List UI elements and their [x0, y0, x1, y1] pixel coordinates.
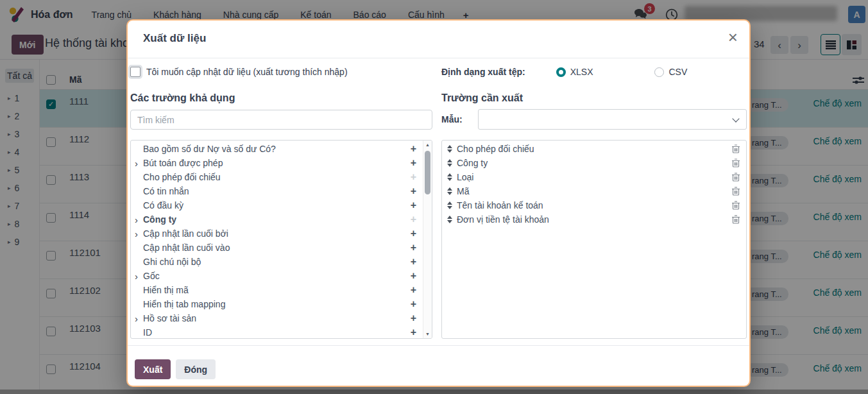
add-field-icon[interactable]: + [411, 200, 416, 210]
field-label: Cập nhật lần cuối vào [143, 243, 411, 253]
format-options: XLSX CSV [556, 67, 688, 77]
close-icon[interactable]: × [728, 29, 738, 46]
dialog-title: Xuất dữ liệu [143, 32, 206, 45]
template-select[interactable] [478, 109, 747, 130]
drag-handle-icon[interactable] [447, 159, 452, 167]
export-field-label: Đơn vị tiền tệ tài khoản [457, 214, 728, 225]
add-field-icon[interactable]: + [411, 327, 416, 338]
field-label: Gốc [143, 271, 411, 281]
remove-field-icon[interactable] [732, 215, 740, 224]
expand-caret-icon[interactable]: › [135, 215, 143, 225]
add-field-icon[interactable]: + [411, 214, 416, 225]
format-radio[interactable]: CSV [654, 67, 687, 77]
close-button[interactable]: Đóng [176, 359, 216, 379]
add-field-icon[interactable]: + [411, 299, 416, 309]
remove-field-icon[interactable] [732, 158, 740, 167]
fields-scrollbar[interactable]: ▲ ▼ [423, 141, 432, 338]
field-label: Công ty [143, 214, 411, 225]
expand-caret-icon[interactable]: › [135, 158, 143, 168]
field-label: Có tin nhắn [143, 186, 411, 196]
export-field-label: Tên tài khoản kế toán [457, 200, 728, 210]
field-label: ID [143, 327, 411, 338]
drag-handle-icon[interactable] [447, 216, 452, 223]
scrollbar-thumb[interactable] [425, 151, 430, 194]
drag-handle-icon[interactable] [447, 173, 452, 181]
expand-caret-icon[interactable]: › [135, 229, 143, 239]
field-label: Hiển thị mã [143, 285, 411, 295]
add-field-icon[interactable]: + [411, 228, 416, 239]
available-field-row[interactable]: › Cho phép đối chiếu + [131, 170, 432, 184]
export-button[interactable]: Xuất [135, 359, 171, 379]
export-field-row[interactable]: Tên tài khoản kế toán [442, 198, 746, 212]
add-field-icon[interactable]: + [411, 172, 416, 182]
screen: Hóa đơn Trang chủKhách hàngNhà cung cấpK… [0, 0, 868, 394]
export-dialog: Xuất dữ liệu × Tôi muốn cập nhật dữ liệu… [126, 19, 751, 387]
available-field-row[interactable]: › Cập nhật lần cuối vào + [131, 241, 432, 255]
radio-icon[interactable] [556, 67, 566, 77]
chevron-down-icon [732, 115, 739, 122]
export-field-row[interactable]: Cho phép đối chiếu [442, 142, 746, 156]
template-label: Mẫu: [441, 114, 463, 124]
format-option-label: XLSX [570, 67, 593, 77]
available-field-row[interactable]: › Cập nhật lần cuối bởi + [131, 227, 432, 241]
dialog-header: Xuất dữ liệu × [128, 21, 749, 58]
field-label: Cập nhật lần cuối bởi [143, 228, 411, 239]
field-label: Có đầu kỳ [143, 200, 411, 210]
drag-handle-icon[interactable] [447, 145, 452, 153]
drag-handle-icon[interactable] [447, 187, 452, 195]
field-label: Bút toán được phép [143, 158, 411, 168]
export-field-row[interactable]: Công ty [442, 156, 746, 170]
export-format-row: Định dạng xuất tệp: XLSX CSV [441, 67, 687, 77]
dialog-footer: Xuất Đóng [128, 345, 749, 386]
expand-caret-icon[interactable]: › [135, 314, 143, 323]
add-field-icon[interactable]: + [411, 271, 416, 281]
export-field-label: Loại [457, 172, 728, 182]
add-field-icon[interactable]: + [411, 158, 416, 168]
remove-field-icon[interactable] [732, 144, 740, 153]
export-field-label: Cho phép đối chiếu [457, 144, 728, 154]
available-field-row[interactable]: › Bao gồm số dư Nợ và số dư Có? + [131, 142, 432, 156]
export-field-row[interactable]: Đơn vị tiền tệ tài khoản [442, 212, 746, 227]
format-label: Định dạng xuất tệp: [441, 67, 525, 77]
add-field-icon[interactable]: + [411, 144, 416, 154]
available-fields-heading: Các trường khả dụng [130, 92, 235, 104]
field-label: Cho phép đối chiếu [143, 172, 411, 182]
scroll-down-icon[interactable]: ▼ [423, 332, 432, 336]
radio-icon[interactable] [654, 67, 664, 77]
add-field-icon[interactable]: + [411, 313, 416, 323]
add-field-icon[interactable]: + [411, 186, 416, 196]
add-field-icon[interactable]: + [411, 285, 416, 295]
compat-checkbox-row[interactable]: Tôi muốn cập nhật dữ liệu (xuất tương th… [130, 67, 348, 77]
remove-field-icon[interactable] [732, 173, 740, 182]
available-field-row[interactable]: › ID + [131, 325, 432, 339]
export-field-label: Mã [457, 186, 728, 196]
available-field-row[interactable]: › Gốc + [131, 269, 432, 283]
remove-field-icon[interactable] [732, 201, 740, 210]
available-field-row[interactable]: › Công ty + [131, 212, 432, 227]
export-field-label: Công ty [457, 158, 728, 168]
available-field-row[interactable]: › Hồ sơ tài sản + [131, 311, 432, 325]
available-fields-list: › Bao gồm số dư Nợ và số dư Có? + › Bút … [130, 140, 432, 339]
add-field-icon[interactable]: + [411, 257, 416, 267]
available-field-row[interactable]: › Hiển thị tab mapping + [131, 297, 432, 311]
format-radio[interactable]: XLSX [556, 67, 593, 77]
available-field-row[interactable]: › Bút toán được phép + [131, 156, 432, 170]
compat-checkbox-label: Tôi muốn cập nhật dữ liệu (xuất tương th… [146, 67, 348, 77]
available-field-row[interactable]: › Có tin nhắn + [131, 184, 432, 198]
export-fields-list: Cho phép đối chiếu [441, 140, 747, 339]
add-field-icon[interactable]: + [411, 243, 416, 253]
compat-checkbox[interactable] [130, 67, 140, 77]
format-option-label: CSV [668, 67, 687, 77]
export-field-row[interactable]: Mã [442, 184, 746, 198]
remove-field-icon[interactable] [732, 187, 740, 196]
export-fields-heading: Trường cần xuất [441, 92, 523, 104]
available-field-row[interactable]: › Có đầu kỳ + [131, 198, 432, 212]
field-label: Hiển thị tab mapping [143, 299, 411, 309]
available-field-row[interactable]: › Hiển thị mã + [131, 283, 432, 297]
scroll-up-icon[interactable]: ▲ [423, 142, 432, 147]
available-field-row[interactable]: › Ghi chú nội bộ + [131, 255, 432, 269]
search-input[interactable] [130, 110, 432, 130]
expand-caret-icon[interactable]: › [135, 271, 143, 281]
drag-handle-icon[interactable] [447, 201, 452, 209]
export-field-row[interactable]: Loại [442, 170, 746, 184]
